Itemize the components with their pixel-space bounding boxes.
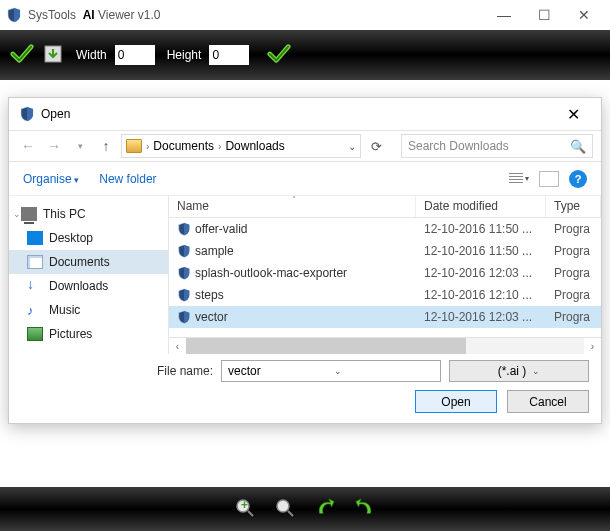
app-logo-icon [6, 7, 22, 23]
breadcrumb[interactable]: › Documents › Downloads ⌄ [121, 134, 361, 158]
desktop-icon [27, 231, 43, 245]
view-mode-button[interactable]: ▾ [509, 173, 529, 185]
breadcrumb-b[interactable]: Downloads [225, 139, 284, 153]
file-name-cell: sample [169, 244, 416, 258]
search-icon[interactable]: 🔍 [570, 139, 586, 154]
file-name: vector [195, 310, 228, 324]
organise-menu[interactable]: Organise [23, 172, 79, 186]
breadcrumb-a[interactable]: Documents [153, 139, 214, 153]
column-type[interactable]: Type [546, 196, 601, 217]
tree-item-this-pc[interactable]: ⌄This PC [9, 202, 168, 226]
tree-item-label: Pictures [49, 327, 92, 341]
file-date-cell: 12-10-2016 12:03 ... [416, 310, 546, 324]
pc-icon [21, 207, 37, 221]
file-row[interactable]: steps12-10-2016 12:10 ...Progra [169, 284, 601, 306]
scroll-track[interactable] [186, 338, 584, 355]
rotate-right-icon[interactable] [354, 497, 376, 522]
tree-item-documents[interactable]: Documents [9, 250, 168, 274]
filetype-value: (*.ai ) [498, 364, 527, 378]
horizontal-scrollbar[interactable]: ‹ › [169, 337, 601, 354]
minimize-button[interactable]: — [484, 0, 524, 30]
filename-label: File name: [157, 364, 213, 378]
chevron-down-icon[interactable]: ⌄ [13, 209, 21, 219]
filename-value: vector [228, 364, 328, 378]
nav-up-button[interactable]: ↑ [95, 138, 117, 154]
file-row[interactable]: vector12-10-2016 12:03 ...Progra [169, 306, 601, 328]
maximize-button[interactable]: ☐ [524, 0, 564, 30]
dialog-navbar: ← → ▾ ↑ › Documents › Downloads ⌄ ⟳ 🔍 [9, 130, 601, 162]
file-list[interactable]: offer-valid12-10-2016 11:50 ...Prograsam… [169, 218, 601, 337]
file-name-cell: vector [169, 310, 416, 324]
new-folder-button[interactable]: New folder [99, 172, 156, 186]
preview-pane-button[interactable] [539, 171, 559, 187]
file-name: sample [195, 244, 234, 258]
scroll-left-icon[interactable]: ‹ [169, 341, 186, 352]
pic-icon [27, 327, 43, 341]
chevron-right-icon: › [218, 141, 221, 152]
apply-right-icon[interactable] [267, 42, 291, 69]
chevron-down-icon[interactable]: ⌄ [532, 366, 540, 376]
column-name[interactable]: Name˄ [169, 196, 416, 217]
tree-item-pictures[interactable]: Pictures [9, 322, 168, 346]
zoom-in-icon[interactable]: + [234, 497, 256, 522]
folder-icon [126, 139, 142, 153]
filename-combo[interactable]: vector ⌄ [221, 360, 441, 382]
file-date-cell: 12-10-2016 11:50 ... [416, 244, 546, 258]
chevron-down-icon[interactable]: ⌄ [334, 366, 434, 376]
tree-item-label: Documents [49, 255, 110, 269]
scroll-right-icon[interactable]: › [584, 341, 601, 352]
music-icon [27, 303, 43, 317]
tree-item-label: Downloads [49, 279, 108, 293]
file-list-header[interactable]: Name˄ Date modified Type [169, 196, 601, 218]
nav-history-button[interactable]: ▾ [69, 141, 91, 151]
file-row[interactable]: offer-valid12-10-2016 11:50 ...Progra [169, 218, 601, 240]
refresh-button[interactable]: ⟳ [365, 139, 387, 154]
file-name-cell: steps [169, 288, 416, 302]
tree-item-label: Music [49, 303, 80, 317]
close-window-button[interactable]: ✕ [564, 0, 604, 30]
scroll-thumb[interactable] [186, 338, 466, 355]
save-icon[interactable] [42, 43, 64, 68]
filetype-combo[interactable]: (*.ai ) ⌄ [449, 360, 589, 382]
apply-left-icon[interactable] [10, 42, 34, 69]
cancel-button[interactable]: Cancel [507, 390, 589, 413]
window-titlebar: SysTools AI Viewer v1.0 — ☐ ✕ [0, 0, 610, 30]
file-type-cell: Progra [546, 244, 601, 258]
main-toolbar: Width Height [0, 30, 610, 80]
rotate-left-icon[interactable] [314, 497, 336, 522]
file-row[interactable]: splash-outlook-mac-exporter12-10-2016 12… [169, 262, 601, 284]
file-row[interactable]: sample12-10-2016 11:50 ...Progra [169, 240, 601, 262]
file-type-cell: Progra [546, 266, 601, 280]
file-type-cell: Progra [546, 310, 601, 324]
height-input[interactable] [209, 45, 249, 65]
tree-item-downloads[interactable]: Downloads [9, 274, 168, 298]
dl-icon [27, 279, 43, 293]
nav-forward-button: → [43, 138, 65, 154]
bottom-toolbar: + [0, 487, 610, 531]
dialog-close-button[interactable]: ✕ [555, 100, 591, 128]
tree-item-desktop[interactable]: Desktop [9, 226, 168, 250]
tree-item-music[interactable]: Music [9, 298, 168, 322]
nav-back-button[interactable]: ← [17, 138, 39, 154]
file-list-pane: Name˄ Date modified Type offer-valid12-1… [169, 196, 601, 354]
file-name-cell: offer-valid [169, 222, 416, 236]
dialog-title: Open [41, 107, 555, 121]
file-name: splash-outlook-mac-exporter [195, 266, 347, 280]
doc-icon [27, 255, 43, 269]
dialog-titlebar: Open ✕ [9, 98, 601, 130]
open-button[interactable]: Open [415, 390, 497, 413]
column-date[interactable]: Date modified [416, 196, 546, 217]
folder-tree[interactable]: ⌄This PCDesktopDocumentsDownloadsMusicPi… [9, 196, 169, 354]
zoom-out-icon[interactable] [274, 497, 296, 522]
search-box[interactable]: 🔍 [401, 134, 593, 158]
tree-item-label: This PC [43, 207, 86, 221]
width-label: Width [76, 48, 107, 62]
breadcrumb-dropdown-icon[interactable]: ⌄ [348, 141, 356, 152]
search-input[interactable] [408, 139, 570, 153]
file-date-cell: 12-10-2016 11:50 ... [416, 222, 546, 236]
open-file-dialog: Open ✕ ← → ▾ ↑ › Documents › Downloads ⌄… [8, 97, 602, 424]
height-label: Height [167, 48, 202, 62]
help-button[interactable]: ? [569, 170, 587, 188]
width-input[interactable] [115, 45, 155, 65]
tree-item-label: Desktop [49, 231, 93, 245]
